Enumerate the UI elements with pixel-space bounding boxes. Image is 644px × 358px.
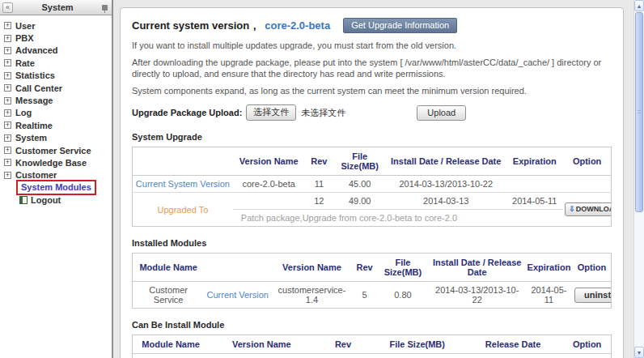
column-header: Release Date bbox=[463, 335, 563, 354]
option-cell: ⇩DOWNLOAD bbox=[563, 193, 611, 227]
column-header: Rev bbox=[353, 254, 377, 282]
sidebar-item-statistics[interactable]: +Statistics bbox=[4, 70, 112, 82]
app-window: « System +User +PBX +Advanced +Rate +Sta… bbox=[0, 0, 644, 358]
table-header-row: Version Name Rev File Size(MB) Install D… bbox=[133, 147, 612, 176]
current-system-version-link[interactable]: Current System Version bbox=[136, 179, 230, 189]
install-date-cell: 2014-03-13/2013-10-22 bbox=[430, 282, 525, 309]
module-name-cell: Finance bbox=[133, 354, 210, 358]
sidebar-item-label: Statistics bbox=[15, 70, 55, 80]
version-name-cell: customerservice-1.4 bbox=[271, 282, 353, 309]
column-header: Rev bbox=[305, 147, 334, 176]
expand-icon[interactable]: + bbox=[4, 72, 11, 79]
column-header: Option bbox=[563, 335, 611, 354]
table-row: Current System Version core-2.0-beta 11 … bbox=[133, 176, 612, 193]
table-row: Customer Service Current Version custome… bbox=[133, 282, 612, 309]
version-name-cell: core-2.0-beta bbox=[233, 176, 305, 193]
expand-icon[interactable]: + bbox=[4, 147, 11, 154]
sidebar-item-message[interactable]: +Message bbox=[4, 94, 112, 106]
sidebar-item-label: Advanced bbox=[15, 45, 58, 55]
scroll-down-button[interactable]: ▼ bbox=[634, 347, 644, 358]
sidebar-item-label: User bbox=[15, 21, 35, 31]
scrollbar-grip bbox=[638, 110, 641, 115]
vertical-scrollbar[interactable]: ▲ ▼ bbox=[633, 0, 644, 358]
sidebar-item-label: Logout bbox=[31, 195, 61, 205]
expand-icon[interactable]: + bbox=[4, 22, 11, 29]
choose-file-button[interactable]: 选择文件 bbox=[246, 104, 296, 121]
column-header: Install Date / Release Date bbox=[386, 147, 506, 176]
get-upgrade-information-button[interactable]: Get Upgrade Information bbox=[343, 18, 457, 33]
sidebar-item-label: Customer Service bbox=[15, 146, 91, 156]
patch-note-text: Patch package,Upgrade from core-2.0-beta… bbox=[233, 210, 563, 227]
current-version-value: core-2.0-beta bbox=[265, 19, 330, 32]
sidebar: « System +User +PBX +Advanced +Rate +Sta… bbox=[0, 0, 113, 358]
uninstall-button[interactable]: uninst bbox=[574, 288, 611, 303]
expand-icon[interactable]: + bbox=[4, 59, 11, 66]
column-header bbox=[133, 147, 233, 176]
page-title: Current system version， bbox=[132, 19, 260, 33]
version-name-cell bbox=[233, 193, 305, 210]
expand-icon[interactable]: + bbox=[4, 159, 11, 166]
system-upgrade-table: Version Name Rev File Size(MB) Install D… bbox=[132, 147, 612, 227]
scroll-up-icon: ▲ bbox=[637, 3, 642, 9]
expand-icon[interactable]: + bbox=[4, 109, 11, 117]
column-header: Version Name bbox=[209, 335, 314, 354]
expand-icon[interactable]: + bbox=[4, 84, 11, 92]
table-row: Finance financial-1.5 6 0.14 2013-07-11 … bbox=[133, 354, 612, 358]
pin-icon[interactable] bbox=[102, 5, 108, 11]
version-name-cell: financial-1.5 bbox=[209, 354, 314, 358]
expand-icon[interactable]: + bbox=[4, 47, 11, 54]
collapse-sidebar-icon[interactable]: « bbox=[2, 2, 13, 13]
expiration-cell: 2014-05-11 bbox=[506, 193, 563, 210]
section-title-can-be-install-module: Can Be Install Module bbox=[132, 320, 612, 330]
sidebar-item-label: Customer bbox=[15, 170, 57, 180]
expand-icon[interactable]: + bbox=[4, 97, 11, 104]
file-size-cell: 45.00 bbox=[333, 176, 386, 193]
file-size-cell: 0.14 bbox=[371, 354, 462, 358]
sidebar-item-label: PBX bbox=[15, 33, 34, 43]
sidebar-item-realtime[interactable]: +Realtime bbox=[4, 119, 112, 131]
sidebar-item-logout[interactable]: Logout bbox=[4, 194, 112, 206]
upload-button[interactable]: Upload bbox=[417, 105, 466, 121]
upgraded-to-label: Upgraded To bbox=[133, 193, 233, 227]
sidebar-item-label[interactable]: System Modules bbox=[21, 182, 91, 192]
install-date-cell: 2014-03-13 bbox=[386, 193, 506, 210]
sidebar-item-advanced[interactable]: +Advanced bbox=[4, 45, 112, 57]
sidebar-item-label: Call Center bbox=[15, 83, 62, 93]
rev-cell: 11 bbox=[305, 176, 334, 193]
sidebar-tree: +User +PBX +Advanced +Rate +Statistics +… bbox=[0, 19, 112, 207]
column-header bbox=[204, 254, 271, 282]
sidebar-item-pbx[interactable]: +PBX bbox=[4, 32, 112, 44]
scroll-up-button[interactable]: ▲ bbox=[634, 0, 644, 11]
expand-icon[interactable]: + bbox=[4, 121, 11, 129]
sidebar-item-rate[interactable]: +Rate bbox=[4, 57, 112, 69]
column-header: Install Date / Release Date bbox=[430, 254, 525, 282]
expand-icon[interactable]: + bbox=[4, 134, 11, 142]
table-header-row: Module Name Version Name Rev File Size(M… bbox=[133, 254, 612, 282]
sidebar-item-knowledge-base[interactable]: +Knowledge Base bbox=[4, 156, 112, 168]
expand-icon[interactable]: + bbox=[4, 35, 11, 42]
content-panel: Current system version， core-2.0-beta Ge… bbox=[120, 7, 624, 358]
download-button[interactable]: ⇩DOWNLOAD bbox=[565, 202, 611, 216]
upload-label: Upgrade Package Upload: bbox=[132, 108, 242, 117]
note-text-2: After downloading the upgrade package, p… bbox=[132, 57, 612, 79]
expand-icon[interactable]: + bbox=[4, 172, 11, 179]
sidebar-title: System bbox=[13, 2, 102, 12]
sidebar-item-customer-service[interactable]: +Customer Service bbox=[4, 144, 112, 156]
rev-cell: 6 bbox=[314, 354, 371, 358]
sidebar-item-user[interactable]: +User bbox=[4, 19, 112, 32]
option-cell: uninst bbox=[573, 282, 611, 309]
no-file-selected-text: 未选择文件 bbox=[301, 107, 345, 119]
sidebar-item-system[interactable]: +System bbox=[4, 132, 112, 144]
sidebar-item-log[interactable]: +Log bbox=[4, 107, 112, 119]
sidebar-item-system-modules[interactable]: System Modules bbox=[4, 181, 112, 194]
download-arrow-icon: ⇩ bbox=[569, 205, 575, 213]
current-version-link[interactable]: Current Version bbox=[207, 290, 269, 300]
option-cell bbox=[563, 176, 611, 193]
rev-cell: 5 bbox=[353, 282, 377, 309]
column-header: Version Name bbox=[271, 254, 353, 282]
scrollbar-thumb[interactable] bbox=[635, 12, 643, 212]
file-size-cell: 49.00 bbox=[333, 193, 386, 210]
sidebar-item-label: Log bbox=[15, 108, 32, 117]
column-header: Module Name bbox=[133, 254, 205, 282]
sidebar-item-call-center[interactable]: +Call Center bbox=[4, 82, 112, 94]
